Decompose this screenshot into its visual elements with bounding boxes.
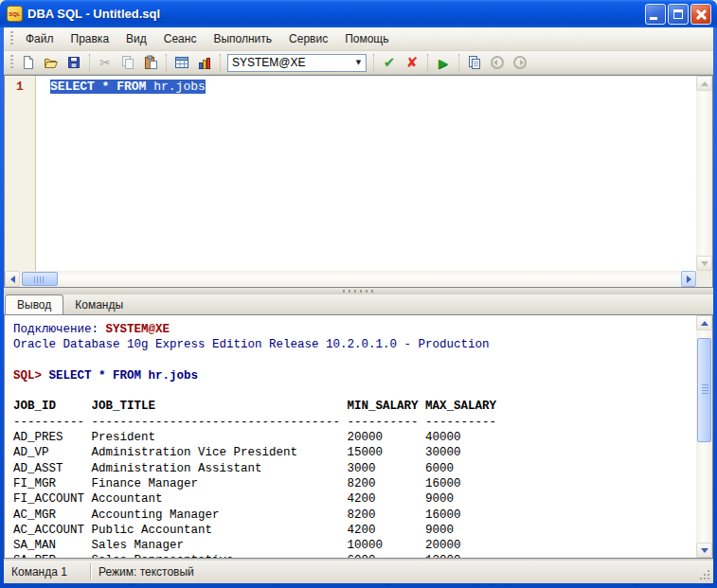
menu-help[interactable]: Помощь	[336, 29, 397, 48]
table-view-button[interactable]	[170, 52, 193, 73]
menu-view[interactable]: Вид	[117, 29, 155, 48]
line-number: 1	[5, 80, 35, 94]
connection-combobox[interactable]: SYSTEM@XE ▼	[227, 54, 367, 72]
scroll-down-icon	[701, 261, 708, 266]
banner-line: Oracle Database 10g Express Edition Rele…	[13, 337, 696, 352]
tab-commands[interactable]: Команды	[63, 295, 134, 314]
dropdown-arrow-icon[interactable]: ▼	[351, 59, 366, 66]
output-table-line: AD_VP Administration Vice President 1500…	[13, 445, 696, 460]
open-file-button[interactable]	[40, 52, 63, 73]
rollback-button[interactable]: ✘	[401, 52, 423, 73]
menu-execute[interactable]: Выполнить	[205, 29, 280, 48]
scroll-down-icon	[701, 548, 708, 553]
output-vertical-scrollbar[interactable]	[696, 315, 712, 558]
output-panel: Подключение: SYSTEM@XE Oracle Database 1…	[4, 314, 713, 559]
save-icon	[66, 55, 81, 70]
editor-line: SELECT * FROM hr.jobs	[50, 80, 696, 94]
nav-back-circle-icon	[490, 55, 505, 70]
resize-grip[interactable]	[699, 569, 711, 581]
scroll-up-icon	[701, 81, 708, 86]
output-table-line: FI_ACCOUNT Accountant 4200 9000	[13, 491, 696, 507]
status-command-panel: Команда 1	[4, 563, 91, 580]
minimize-icon	[650, 17, 657, 20]
blank-line	[13, 383, 696, 399]
nav-forward-button[interactable]	[509, 52, 531, 73]
editor-text-area[interactable]: SELECT * FROM hr.jobs	[37, 76, 696, 271]
horizontal-scrollbar-thumb[interactable]	[22, 272, 58, 286]
commit-button[interactable]: ✔	[378, 52, 401, 73]
pane-splitter[interactable]	[4, 288, 713, 294]
window-controls	[645, 4, 711, 25]
toolbar-separator	[427, 54, 428, 71]
execute-button[interactable]: ▶	[432, 52, 455, 73]
output-table-line: AC_MGR Accounting Manager 8200 16000	[13, 508, 696, 523]
copy-icon	[120, 55, 135, 70]
commit-check-icon: ✔	[384, 56, 396, 70]
app-icon-text: SQL	[9, 11, 20, 17]
title-bar[interactable]: SQL DBA SQL - Untitled.sql	[0, 0, 717, 27]
sql-identifier-text: hr.jobs	[153, 80, 206, 94]
output-table-line: AC_ACCOUNT Public Accountant 4200 9000	[13, 523, 696, 538]
output-table-line: JOB_ID JOB_TITLE MIN_SALARY MAX_SALARY	[13, 399, 696, 414]
toolbar-separator	[166, 54, 167, 71]
menu-service[interactable]: Сервис	[280, 29, 336, 48]
nav-forward-circle-icon	[512, 55, 528, 70]
scrollbar-corner	[696, 271, 712, 287]
output-table-line: FI_MGR Finance Manager 8200 16000	[13, 476, 696, 491]
menu-edit[interactable]: Правка	[63, 29, 118, 48]
maximize-button[interactable]	[668, 4, 689, 25]
output-console[interactable]: Подключение: SYSTEM@XE Oracle Database 1…	[5, 315, 696, 558]
splitter-grip-icon	[343, 290, 375, 293]
status-bar: Команда 1 Режим: текстовый	[4, 559, 713, 583]
blank-line	[13, 353, 696, 368]
paste-icon	[143, 55, 158, 70]
nav-back-button[interactable]	[486, 52, 509, 73]
toolbar-separator	[458, 54, 459, 71]
connection-label: Подключение:	[13, 323, 106, 336]
vertical-scrollbar-thumb[interactable]	[697, 338, 711, 442]
scroll-down-button[interactable]	[696, 256, 712, 271]
sql-editor[interactable]: 1 SELECT * FROM hr.jobs	[4, 75, 713, 288]
menu-grip-icon[interactable]	[10, 31, 13, 46]
output-scroll-down-button[interactable]	[696, 543, 712, 558]
status-mode-panel: Режим: текстовый	[91, 563, 202, 580]
connection-value: SYSTEM@XE	[228, 56, 351, 69]
toolbar-grip-icon[interactable]	[10, 55, 13, 70]
tab-output-label: Вывод	[17, 298, 51, 312]
chart-view-button[interactable]	[193, 52, 216, 73]
close-button[interactable]	[690, 4, 711, 25]
scroll-left-button[interactable]	[5, 271, 20, 287]
app-icon: SQL	[7, 6, 23, 22]
echoed-command: SELECT * FROM hr.jobs	[49, 369, 199, 383]
output-scroll-up-button[interactable]	[696, 315, 712, 330]
connection-line: Подключение: SYSTEM@XE	[13, 322, 696, 337]
toolbar-separator	[373, 54, 374, 71]
menu-file[interactable]: Файл	[17, 29, 63, 48]
editor-horizontal-scrollbar[interactable]	[5, 271, 696, 287]
cut-button[interactable]: ✂	[94, 52, 117, 73]
table-icon	[174, 55, 189, 70]
copy-button[interactable]	[117, 52, 139, 73]
client-area: Файл Правка Вид Сеанс Выполнить Сервис П…	[4, 27, 713, 583]
new-file-icon	[21, 55, 36, 70]
output-tab-strip: Вывод Команды	[4, 294, 713, 314]
scroll-right-icon	[687, 276, 691, 283]
save-button[interactable]	[63, 52, 85, 73]
editor-vertical-scrollbar[interactable]	[696, 76, 712, 271]
copy-results-button[interactable]	[463, 52, 486, 73]
cut-icon: ✂	[99, 56, 111, 69]
paste-button[interactable]	[139, 52, 162, 73]
scroll-right-button[interactable]	[681, 271, 696, 287]
open-folder-icon	[44, 55, 59, 70]
result-table: JOB_ID JOB_TITLE MIN_SALARY MAX_SALARY--…	[13, 399, 696, 558]
new-file-button[interactable]	[17, 52, 40, 73]
menu-session[interactable]: Сеанс	[155, 29, 206, 48]
status-command: Команда 1	[11, 565, 67, 579]
chart-icon	[197, 55, 212, 70]
connection-name: SYSTEM@XE	[106, 323, 170, 336]
maximize-icon	[673, 9, 683, 19]
toolbar-separator	[220, 54, 221, 71]
scroll-up-button[interactable]	[696, 76, 712, 91]
tab-output[interactable]: Вывод	[5, 294, 63, 314]
minimize-button[interactable]	[645, 4, 666, 25]
